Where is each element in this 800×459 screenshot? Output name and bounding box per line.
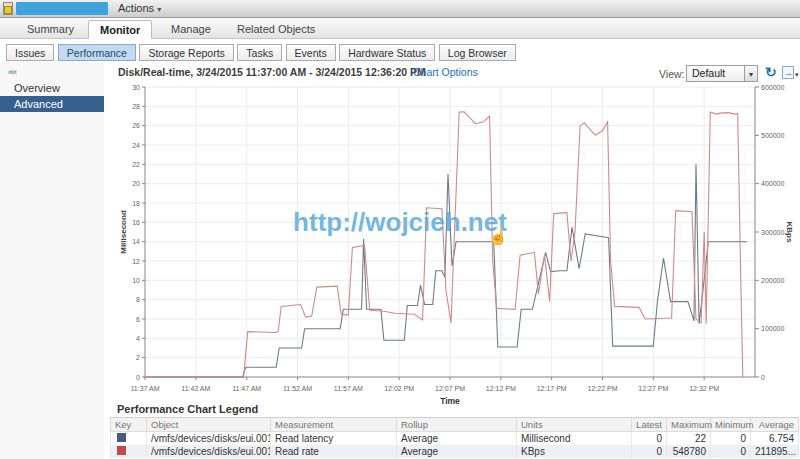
col-maximum[interactable]: Maximum [667,418,711,432]
maximum-cell: 22 [667,432,711,446]
svg-text:0: 0 [136,374,140,381]
svg-text:12:27 PM: 12:27 PM [638,385,668,392]
latest-cell: 0 [632,432,667,446]
export-chart-icon[interactable]: → [782,66,794,79]
units-cell: Millisecond [517,432,632,446]
svg-text:600000: 600000 [761,84,784,91]
svg-text:8: 8 [136,296,140,303]
legend-row-read-latency[interactable]: /vmfs/devices/disks/eui.00173800... Read… [111,432,799,446]
svg-text:11:47 AM: 11:47 AM [232,385,261,392]
chart-title: Disk/Real-time, 3/24/2015 11:37:00 AM - … [118,66,426,78]
svg-text:Time: Time [440,396,460,406]
chart-options-link[interactable]: Chart Options [413,66,478,78]
subtab-performance[interactable]: Performance [58,44,136,61]
svg-text:12:22 PM: 12:22 PM [588,385,618,392]
subtab-events[interactable]: Events [286,44,336,61]
latest-cell: 0 [632,445,667,458]
object-name-redacted [16,2,108,15]
svg-text:KBps: KBps [785,222,794,243]
rollup-cell: Average [397,432,517,446]
object-cell: /vmfs/devices/disks/eui.00173800... [147,432,271,446]
col-average[interactable]: Average [751,418,799,432]
collapse-sidebar-icon[interactable]: «« [8,67,16,77]
measurement-cell: Read latency [271,432,397,446]
subtab-hardware-status[interactable]: Hardware Status [339,44,435,61]
svg-text:400000: 400000 [761,180,784,187]
legend-header-row: Key Object Measurement Rollup Units Late… [111,418,799,432]
subtab-log-browser[interactable]: Log Browser [439,44,516,61]
svg-text:12:07 PM: 12:07 PM [435,385,465,392]
svg-text:0: 0 [761,374,765,381]
svg-text:28: 28 [132,103,140,110]
main-tab-bar: Summary Monitor Manage Related Objects [0,18,800,39]
tab-summary[interactable]: Summary [16,20,85,39]
svg-text:14: 14 [132,238,140,245]
legend-table: Key Object Measurement Rollup Units Late… [110,417,799,458]
svg-text:200000: 200000 [761,277,784,284]
col-units[interactable]: Units [517,418,632,432]
svg-text:22: 22 [132,161,140,168]
object-header-bar: Actions ▾ [0,0,800,18]
svg-text:11:57 AM: 11:57 AM [334,385,363,392]
svg-text:100000: 100000 [761,325,784,332]
subtab-tasks[interactable]: Tasks [237,44,282,61]
legend-row-read-rate[interactable]: /vmfs/devices/disks/eui.00173800... Read… [111,445,799,458]
svg-text:11:52 AM: 11:52 AM [283,385,312,392]
svg-text:2: 2 [136,354,140,361]
col-key[interactable]: Key [111,418,147,432]
measurement-cell: Read rate [271,445,397,458]
actions-label: Actions [118,2,154,14]
average-cell: 6.754 [751,432,799,446]
col-latest[interactable]: Latest [632,418,667,432]
subtab-issues[interactable]: Issues [6,44,54,61]
subtab-storage-reports[interactable]: Storage Reports [139,44,233,61]
average-cell: 211895... [751,445,799,458]
vsphere-client-window: Actions ▾ Summary Monitor Manage Related… [0,0,800,459]
svg-text:12:02 PM: 12:02 PM [384,385,414,392]
sidebar-item-overview[interactable]: Overview [0,80,104,96]
units-cell: KBps [517,445,632,458]
refresh-icon[interactable]: ↻ [765,64,777,80]
hand-cursor-icon: ☝ [489,228,508,246]
svg-text:11:37 AM: 11:37 AM [130,385,159,392]
sidebar-item-advanced[interactable]: Advanced [0,96,104,112]
svg-text:12: 12 [132,258,140,265]
view-dropdown-arrow-icon[interactable]: ▼ [744,65,758,82]
svg-text:12:12 PM: 12:12 PM [486,385,516,392]
svg-text:11:42 AM: 11:42 AM [181,385,210,392]
minimum-cell: 0 [711,445,751,458]
svg-text:16: 16 [132,219,140,226]
svg-text:Millisecond: Millisecond [119,210,128,254]
col-rollup[interactable]: Rollup [397,418,517,432]
tab-manage[interactable]: Manage [160,20,222,39]
minimum-cell: 0 [711,432,751,446]
object-cell: /vmfs/devices/disks/eui.00173800... [147,445,271,458]
col-minimum[interactable]: Minimum [711,418,751,432]
svg-text:20: 20 [132,180,140,187]
svg-text:6: 6 [136,316,140,323]
view-label: View: [659,68,685,80]
svg-text:10: 10 [132,277,140,284]
tab-related-objects[interactable]: Related Objects [226,20,326,39]
export-arrow-glyph: → [784,68,793,78]
col-object[interactable]: Object [147,418,271,432]
svg-text:26: 26 [132,122,140,129]
svg-text:12:17 PM: 12:17 PM [537,385,567,392]
tab-monitor[interactable]: Monitor [88,20,152,39]
series-key-swatch [117,446,126,455]
maximum-cell: 548780 [667,445,711,458]
svg-text:30: 30 [132,84,140,91]
actions-menu-button[interactable]: Actions ▾ [118,2,161,14]
chevron-down-icon: ▾ [157,5,161,14]
export-menu-caret-icon[interactable]: ▾ [795,71,799,79]
col-measurement[interactable]: Measurement [271,418,397,432]
svg-text:18: 18 [132,200,140,207]
svg-text:4: 4 [136,335,140,342]
storage-device-icon [3,2,13,15]
legend-title: Performance Chart Legend [117,403,258,415]
performance-chart[interactable]: 0246810121416182022242628300100000200000… [112,82,800,407]
svg-text:500000: 500000 [761,132,784,139]
rollup-cell: Average [397,445,517,458]
monitor-subtab-bar: Issues Performance Storage Reports Tasks… [6,43,515,61]
svg-text:24: 24 [132,142,140,149]
